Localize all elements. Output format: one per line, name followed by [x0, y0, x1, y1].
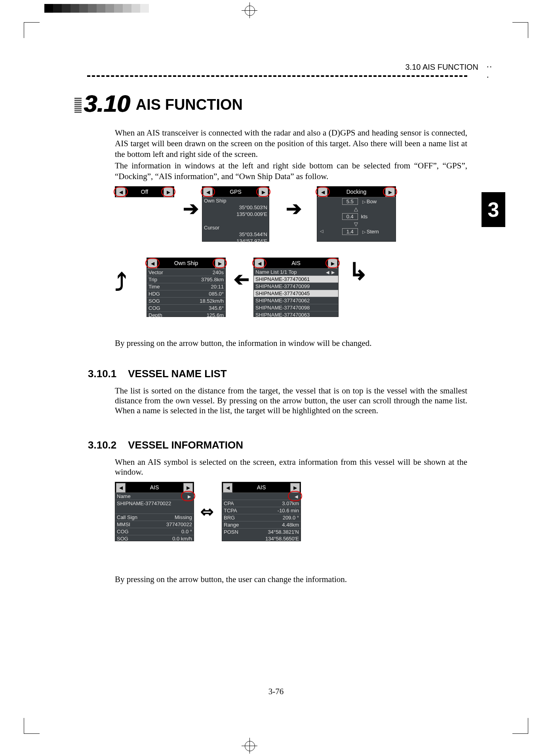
- bidirectional-arrow-icon: ⇔: [200, 502, 214, 521]
- arrow-left-icon[interactable]: ◀: [203, 187, 213, 197]
- panel-own-ship: ◀ Own Ship ▶ Vector240s Trip3795.8km Tim…: [147, 258, 226, 317]
- ais-name-list: Name List 1/1 Top◀▶ SHIPNAME-377470061 S…: [254, 269, 338, 318]
- flow-arrow-icon: ➔: [286, 197, 302, 220]
- arrow-right-icon[interactable]: ▶: [290, 483, 300, 493]
- arrow-right-icon[interactable]: ▶: [259, 187, 268, 197]
- docking-stern-value: 1.4: [342, 228, 358, 235]
- down-icon: ▽: [317, 221, 360, 227]
- crop-mark: [24, 22, 40, 38]
- arrow-right-icon[interactable]: ▶: [183, 483, 193, 493]
- flow-arrow-icon: ➔: [183, 197, 199, 220]
- arrow-right-icon: ▷: [361, 199, 367, 204]
- flow-arrow-icon: ➔: [234, 269, 249, 292]
- crop-mark: [24, 718, 40, 734]
- arrow-left-icon[interactable]: ◀: [116, 187, 126, 197]
- flow-arrow-curve-icon: ⤴: [115, 269, 127, 297]
- arrow-right-icon[interactable]: ▶: [164, 187, 173, 197]
- docking-bow-label: Bow: [367, 199, 377, 204]
- ais-info-table: Name ▶ SHIPNAME-377470022 Call SignMissi…: [115, 493, 194, 542]
- header-dots-icon: ∙∙∙: [487, 62, 493, 82]
- panel-label: Own Ship: [174, 260, 198, 266]
- section-title: AIS FUNCTION: [136, 96, 243, 116]
- arrow-left-icon[interactable]: ◀: [223, 483, 232, 493]
- registration-mark-bottom: [242, 738, 257, 754]
- panel-label: AIS: [150, 484, 159, 491]
- panel-docking: ◀ Docking ▶ 5.5 ▷Bow △ 0.4 kts ▽ ◁ 1.4 ▷…: [317, 186, 396, 242]
- intro-text: When an AIS transceiver is connected wit…: [115, 128, 467, 182]
- arrow-left-icon: ◁: [319, 229, 324, 233]
- chapter-tab: 3: [482, 192, 505, 227]
- figure-caption: By pressing on the arrow button, the inf…: [115, 338, 467, 348]
- docking-mid-value: 0.4: [342, 213, 358, 220]
- own-ship-table: Vector240s Trip3795.8km Time20:11 HDG085…: [147, 269, 225, 319]
- panel-label: Docking: [346, 189, 367, 195]
- running-header: 3.10 AIS FUNCTION: [405, 63, 479, 72]
- gps-cursor-lat: 35°03.544'N: [202, 231, 269, 238]
- print-density-strip: [44, 4, 149, 13]
- page-number: 3-76: [0, 687, 552, 697]
- intro-paragraph: The information in windows at the left a…: [115, 160, 467, 182]
- registration-mark-top: [242, 2, 257, 18]
- arrow-right-icon[interactable]: ▶: [385, 187, 395, 197]
- panel-off: ◀ Off ▶: [115, 186, 174, 197]
- gps-cursor-lon: 134°57.974'E: [202, 238, 269, 244]
- figure-caption: By pressing on the arrow button, the use…: [115, 575, 467, 584]
- panel-label: GPS: [230, 189, 242, 195]
- section-number: 3.10: [84, 92, 136, 116]
- subsection-body: When an AIS symbol is selected on the sc…: [115, 457, 467, 477]
- flow-arrow-curve-icon: ↲: [348, 258, 368, 286]
- subsection-title: VESSEL INFORMATION: [128, 439, 243, 451]
- panel-label: Off: [141, 189, 148, 195]
- panel-ais-list: ◀ AIS ▶ Name List 1/1 Top◀▶ SHIPNAME-377…: [253, 258, 339, 317]
- subsection-number: 3.10.1: [88, 368, 116, 380]
- arrow-right-icon: ▷: [361, 229, 367, 234]
- heading-bars-icon: [74, 98, 82, 116]
- panel-gps: ◀ GPS ▶ Own Ship 35°00.503'N 135°00.009'…: [202, 186, 269, 242]
- subsection-title: VESSEL NAME LIST: [128, 368, 227, 380]
- crop-mark: [512, 718, 528, 734]
- docking-mid-label: kts: [361, 214, 368, 220]
- arrow-left-icon[interactable]: ◀: [318, 187, 327, 197]
- subsection-heading: 3.10.1 VESSEL NAME LIST: [88, 368, 227, 380]
- ais-info-table: ◀ CPA3.07km TCPA-10.6 min BRG209.0 ° Ran…: [222, 493, 301, 542]
- arrow-right-icon[interactable]: ▶: [215, 259, 225, 268]
- arrow-right-icon[interactable]: ▶: [328, 259, 337, 268]
- panel-ais-info-b: ◀ AIS ▶ ◀ CPA3.07km TCPA-10.6 min BRG209…: [222, 482, 301, 541]
- gps-cursor-label: Cursor: [202, 224, 269, 231]
- arrow-left-icon[interactable]: ◀: [116, 483, 126, 493]
- docking-stern-label: Stern: [367, 229, 379, 235]
- arrow-left-icon[interactable]: ◀: [148, 259, 157, 268]
- arrow-left-icon[interactable]: ◀: [255, 259, 264, 268]
- subsection-number: 3.10.2: [88, 439, 116, 451]
- gps-ownship-label: Own Ship: [202, 197, 269, 204]
- docking-bow-value: 5.5: [342, 198, 358, 205]
- header-dashed-rule: [87, 75, 467, 77]
- gps-lat: 35°00.503'N: [202, 204, 269, 211]
- subsection-body: The list is sorted on the distance from …: [115, 386, 467, 416]
- crop-mark: [512, 22, 528, 38]
- up-icon: △: [317, 206, 360, 212]
- panel-label: AIS: [291, 260, 301, 266]
- subsection-heading: 3.10.2 VESSEL INFORMATION: [88, 439, 243, 451]
- intro-paragraph: When an AIS transceiver is connected wit…: [115, 128, 467, 160]
- section-heading: 3.10 AIS FUNCTION: [74, 92, 243, 116]
- panel-ais-info-a: ◀ AIS ▶ Name ▶ SHIPNAME-377470022 Call S…: [115, 482, 194, 541]
- panel-label: AIS: [257, 484, 266, 491]
- gps-lon: 135°00.009'E: [202, 211, 269, 218]
